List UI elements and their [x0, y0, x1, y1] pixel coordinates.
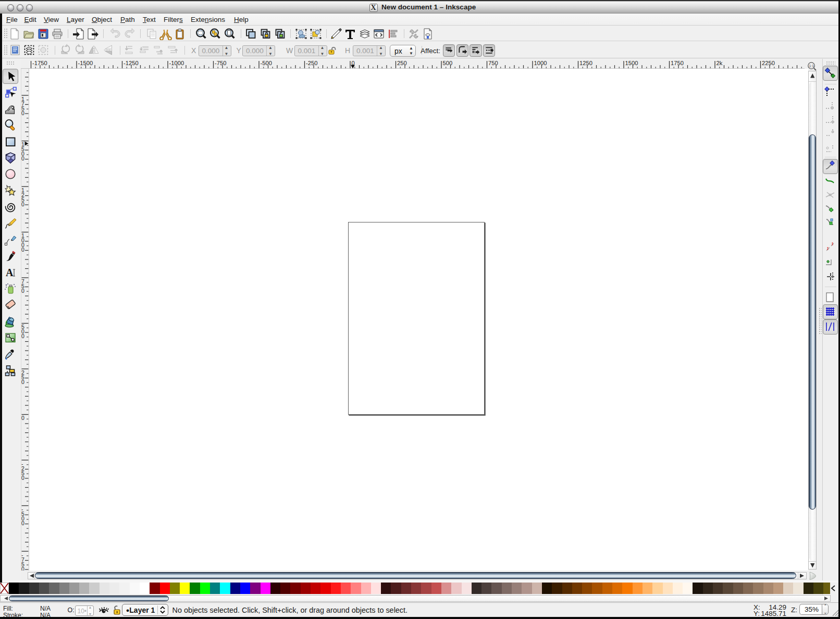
svg-text:2250: 2250 [762, 59, 775, 66]
svg-text:-250: -250 [306, 59, 317, 66]
svg-text:0: 0 [21, 155, 24, 162]
svg-text:0: 0 [21, 201, 24, 207]
svg-text:500: 500 [443, 59, 453, 66]
svg-text:1:1: 1:1 [809, 64, 814, 68]
svg-text:0: 0 [21, 520, 24, 526]
svg-text:-1250: -1250 [123, 59, 139, 66]
svg-text:0: 0 [21, 333, 24, 339]
svg-text:-1500: -1500 [78, 59, 93, 66]
svg-text:0: 0 [21, 109, 24, 116]
svg-text:0: 0 [21, 287, 24, 293]
svg-text:0: 0 [21, 378, 24, 385]
svg-text:1500: 1500 [625, 59, 638, 66]
svg-text:0: 0 [21, 474, 24, 480]
svg-text:-1750: -1750 [32, 59, 47, 66]
svg-text:2k: 2k [717, 59, 723, 66]
svg-text:1000: 1000 [534, 59, 547, 66]
svg-text:0: 0 [21, 246, 24, 253]
svg-text:750: 750 [488, 59, 498, 66]
svg-text:A: A [6, 267, 14, 278]
svg-text:-500: -500 [261, 59, 272, 66]
svg-text:0: 0 [21, 565, 24, 571]
svg-text:250: 250 [397, 59, 407, 66]
svg-text:1750: 1750 [671, 59, 684, 66]
svg-text:1250: 1250 [579, 59, 592, 66]
svg-text:0: 0 [21, 415, 24, 421]
svg-text:-1000: -1000 [169, 59, 184, 66]
svg-text:-750: -750 [215, 59, 226, 66]
